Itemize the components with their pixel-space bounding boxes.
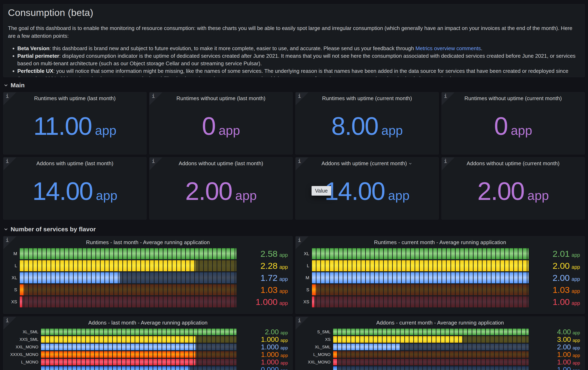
bargauge-panel-addons-last-month: i Addons - last month - Average running … — [3, 317, 293, 370]
row-header-flavor[interactable]: Number of services by flavor — [3, 225, 585, 234]
bar-row: XS 1.00app — [298, 296, 580, 307]
bar-value: 1.000app — [236, 335, 288, 343]
info-icon: i — [298, 93, 301, 99]
panel-info-corner[interactable]: i — [3, 92, 16, 105]
row-header-label: Number of services by flavor — [10, 226, 96, 233]
panel-title[interactable]: Runtimes with uptime (last month) — [3, 95, 146, 102]
panel-title[interactable]: Runtimes - current month - Average runni… — [296, 239, 585, 246]
stat-panel-runtimes-with-uptime-current-month: i Runtimes with uptime (current month) 8… — [295, 92, 439, 154]
panel-info-corner[interactable]: i — [3, 157, 16, 170]
panel-title[interactable]: Runtimes - last month - Average running … — [3, 239, 292, 246]
bar-gauge — [333, 329, 529, 335]
bar-value: 1.00app — [529, 297, 580, 307]
info-icon: i — [298, 237, 301, 243]
stat-row-2: i Addons with uptime (last month) 14.00a… — [3, 157, 585, 219]
stat-panel-runtimes-without-uptime-current-month: i Runtimes without uptime (current month… — [441, 92, 585, 154]
panel-info-corner[interactable]: i — [149, 92, 162, 105]
bar-value: 1.00app — [529, 358, 580, 366]
bar-value: 2.00app — [236, 328, 288, 336]
bullet-beta-version: Beta Version: this dashboard is brand ne… — [17, 45, 579, 52]
bar-row: XXS_SML 1.000app — [6, 336, 288, 343]
row-header-main[interactable]: Main — [3, 81, 585, 90]
bar-value: 0.000app — [236, 366, 288, 370]
stat-value: 0app — [442, 111, 585, 140]
bar-row: XS 3.00app — [298, 336, 580, 343]
panel-title[interactable]: Runtimes without uptime (last month) — [149, 95, 292, 102]
bargauge-panel-runtimes-current-month: i Runtimes - current month - Average run… — [295, 236, 585, 314]
bullet-perfectible-ux: Perfectible UX: you will notice that som… — [17, 67, 579, 77]
bar-gauge — [312, 260, 529, 271]
chevron-down-icon — [3, 226, 9, 232]
panel-title[interactable]: Addons - current month - Average running… — [296, 320, 585, 326]
bar-gauge — [41, 329, 236, 335]
bar-gauge — [41, 359, 236, 365]
bar-gauge — [20, 284, 236, 295]
bargauge-panel-runtimes-last-month: i Runtimes - last month - Average runnin… — [3, 236, 293, 314]
panel-info-corner[interactable]: i — [442, 157, 454, 170]
panel-title[interactable]: Runtimes without uptime (current month) — [442, 95, 585, 102]
panel-info-corner[interactable]: i — [296, 236, 308, 249]
stat-panel-addons-without-uptime-current-month: i Addons without uptime (current month) … — [441, 157, 585, 219]
bargauge-panel-addons-current-month: i Addons - current month - Average runni… — [295, 317, 585, 370]
panel-title[interactable]: Addons with uptime (current month) — [296, 160, 439, 167]
info-icon: i — [298, 318, 301, 323]
bar-row: XXL_MONO 1.00app — [298, 359, 580, 365]
stat-value: 2.00app — [149, 176, 292, 206]
bar-row: M 2.00app — [298, 272, 580, 283]
metrics-overview-comments-link[interactable]: Metrics overview comments — [415, 45, 481, 51]
stat-panel-runtimes-with-uptime-last-month: i Runtimes with uptime (last month) 11.0… — [3, 92, 147, 154]
panel-info-corner[interactable]: i — [296, 317, 308, 329]
panel-info-corner[interactable]: i — [3, 236, 16, 249]
info-icon: i — [6, 318, 9, 323]
bar-gauge — [41, 351, 236, 358]
panel-info-corner[interactable]: i — [296, 157, 308, 170]
bar-gauge — [312, 248, 529, 259]
bar-gauge — [20, 272, 236, 283]
bar-gauge — [333, 344, 529, 350]
bar-row: XXXXL_MONO 1.000app — [6, 351, 288, 358]
panel-title[interactable]: Addons without uptime (current month) — [442, 160, 585, 167]
stat-value: 2.00app — [442, 176, 585, 206]
info-icon: i — [6, 237, 9, 243]
info-icon: i — [152, 93, 155, 99]
bar-value: 3.00app — [529, 335, 580, 343]
bullet-partial-perimeter: Partial perimeter: displayed consumption… — [17, 52, 579, 67]
panel-title[interactable]: Addons with uptime (last month) — [3, 160, 146, 167]
panel-title[interactable]: Runtimes with uptime (current month) — [296, 95, 439, 102]
panel-info-corner[interactable]: i — [442, 92, 454, 105]
bar-row: XL 2.01app — [298, 248, 580, 259]
stat-value: 11.00app — [3, 111, 146, 140]
panel-info-corner[interactable]: i — [149, 157, 162, 170]
stat-panel-addons-with-uptime-current-month: i Addons with uptime (current month) Val… — [295, 157, 439, 219]
bar-row: XL_SML 2.00app — [6, 329, 288, 335]
bar-gauge — [312, 272, 529, 283]
bar-value: 2.00app — [529, 261, 580, 271]
info-icon: i — [6, 158, 9, 164]
bar-gauge — [312, 296, 529, 307]
bar-row: L 2.28app — [6, 260, 288, 271]
bar-value: 1.00app — [529, 350, 580, 359]
stat-panel-runtimes-without-uptime-last-month: i Runtimes without uptime (last month) 0… — [149, 92, 293, 154]
bar-gauge — [333, 336, 529, 343]
info-icon: i — [298, 158, 301, 164]
stat-panel-addons-without-uptime-last-month: i Addons without uptime (last month) 2.0… — [149, 157, 293, 219]
value-tooltip: Value — [312, 186, 331, 195]
bar-row: XS 1.000app — [6, 296, 288, 307]
bar-gauge — [20, 248, 236, 259]
dashboard-description: The goal of this dashboard is to enable … — [8, 24, 579, 40]
stat-row-1: i Runtimes with uptime (last month) 11.0… — [3, 92, 585, 154]
stat-value: 14.00app — [3, 176, 146, 206]
bar-gauge — [333, 366, 529, 370]
bar-value: 2.01app — [529, 249, 580, 259]
bar-value: 1.72app — [236, 273, 288, 283]
panel-info-corner[interactable]: i — [296, 92, 308, 105]
panel-info-corner[interactable]: i — [3, 317, 16, 329]
bar-row: L_MONO 1.000app — [6, 359, 288, 365]
bar-row: 0.000app — [6, 366, 288, 370]
panel-title[interactable]: Addons - last month - Average running ap… — [3, 320, 292, 326]
panel-menu-chevron-icon[interactable] — [408, 161, 412, 167]
panel-title[interactable]: Addons without uptime (last month) — [149, 160, 292, 167]
bar-gauge — [333, 351, 529, 358]
info-icon: i — [6, 93, 9, 99]
bar-value: 2.00app — [529, 273, 580, 283]
